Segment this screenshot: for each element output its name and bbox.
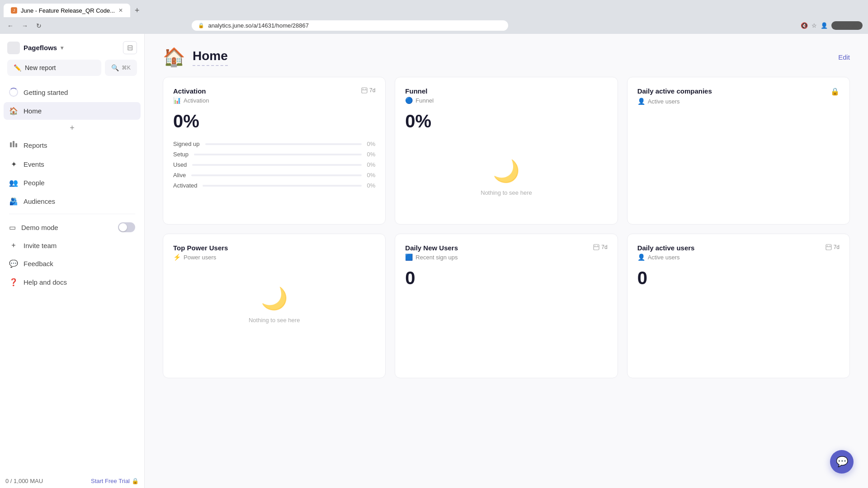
feedback-icon: 💬	[9, 259, 18, 268]
add-section-button[interactable]: +	[4, 121, 141, 136]
lock-icon: 🔒	[198, 23, 204, 28]
daily-active-users-card: Daily active users 7d 👤 Active users 0	[627, 234, 850, 378]
dnu-card-badge: 7d	[593, 244, 607, 250]
sidebar-item-people[interactable]: 👥 People	[4, 174, 141, 192]
page-title: Home	[193, 49, 228, 66]
tab-close-button[interactable]: ✕	[118, 7, 123, 14]
table-row: Signed up 0%	[173, 141, 375, 147]
sidebar-item-events[interactable]: ✦ Events	[4, 155, 141, 173]
tpu-empty-state: 🌙 Nothing to see here	[173, 268, 375, 342]
svg-rect-11	[826, 244, 831, 250]
row-bar	[205, 143, 362, 145]
dnu-card-title: Daily New Users	[405, 244, 458, 252]
cards-grid: Activation 7d 📊 Activation 0% Signed up	[145, 77, 868, 396]
row-bar	[191, 174, 361, 176]
new-report-button[interactable]: ✏️ New report	[7, 60, 101, 76]
invite-icon: +	[9, 241, 18, 249]
dnu-value: 0	[405, 268, 607, 288]
chevron-down-icon: ▾	[61, 45, 63, 51]
funnel-card-title: Funnel	[405, 87, 427, 95]
edit-icon: ✏️	[14, 64, 21, 71]
trial-label: Start Free Trial	[91, 478, 130, 484]
incognito-badge: Incognito	[831, 21, 863, 30]
active-tab[interactable]: J June - Feature Release_QR Code... ✕	[4, 4, 130, 17]
help-icon: ❓	[9, 278, 18, 286]
search-button[interactable]: 🔍 ⌘K	[105, 60, 137, 76]
tab-favicon: J	[11, 7, 17, 14]
demo-label: Demo mode	[21, 224, 58, 231]
workspace-selector[interactable]: Pageflows ▾	[7, 42, 63, 54]
edit-button[interactable]: Edit	[838, 53, 850, 61]
extension-icon: 🔇	[801, 22, 808, 29]
forward-button[interactable]: →	[20, 20, 30, 31]
sidebar-item-audiences[interactable]: 🫂 Audiences	[4, 192, 141, 210]
sidebar-item-feedback[interactable]: 💬 Feedback	[4, 255, 141, 272]
daily-active-companies-card: Daily active companies 🔒 👤 Active users	[627, 77, 850, 225]
audiences-icon: 🫂	[9, 197, 18, 206]
demo-mode-toggle[interactable]	[118, 222, 135, 232]
top-power-users-card: Top Power Users ⚡ Power users 🌙 Nothing …	[163, 234, 386, 378]
funnel-subtitle-icon: 🔵	[405, 97, 413, 104]
chat-icon: 💬	[836, 456, 848, 468]
activation-card-header: Activation 7d	[173, 87, 375, 95]
back-button[interactable]: ←	[5, 20, 15, 31]
funnel-value: 0%	[405, 111, 607, 131]
row-value: 0%	[367, 182, 376, 189]
row-bar	[194, 154, 362, 155]
profile-icon: 👤	[821, 22, 828, 29]
table-row: Setup 0%	[173, 151, 375, 158]
people-icon: 👥	[9, 178, 18, 187]
row-value: 0%	[367, 172, 376, 178]
tab-bar: J June - Feature Release_QR Code... ✕ +	[0, 0, 868, 17]
activation-card-subtitle: 📊 Activation	[173, 97, 375, 104]
events-icon: ✦	[9, 160, 18, 169]
page-icon: 🏠	[163, 47, 185, 68]
row-label: Signed up	[173, 141, 200, 147]
url-bar[interactable]: 🔒 analytics.june.so/a/14631/home/28867	[192, 20, 508, 31]
chat-fab-button[interactable]: 💬	[830, 450, 854, 474]
sidebar-item-getting-started[interactable]: Getting started	[4, 83, 141, 101]
url-text: analytics.june.so/a/14631/home/28867	[208, 22, 309, 29]
browser-chrome: J June - Feature Release_QR Code... ✕ + …	[0, 0, 868, 34]
activation-card-title: Activation	[173, 87, 206, 95]
row-value: 0%	[367, 141, 376, 147]
search-shortcut: ⌘K	[122, 65, 131, 71]
daily-new-users-card: Daily New Users 7d 🟦 Recent sign ups 0	[395, 234, 618, 378]
tpu-card-title: Top Power Users	[173, 244, 228, 252]
sidebar-item-reports[interactable]: Reports	[4, 136, 141, 155]
moon-icon: 🌙	[261, 286, 288, 311]
bookmark-icon[interactable]: ☆	[811, 22, 817, 29]
sidebar-item-invite-team[interactable]: + Invite team	[4, 237, 141, 254]
sidebar-actions: ✏️ New report 🔍 ⌘K	[0, 60, 144, 83]
page-header: 🏠 Home Edit	[145, 34, 868, 77]
mau-counter: 0 / 1,000 MAU	[5, 478, 43, 484]
new-report-label: New report	[25, 64, 56, 71]
nothing-label: Nothing to see here	[249, 317, 300, 324]
sidebar-item-home[interactable]: 🏠 Home	[4, 102, 141, 120]
getting-started-label: Getting started	[24, 89, 68, 96]
feedback-label: Feedback	[24, 260, 53, 267]
tpu-card-header: Top Power Users	[173, 244, 375, 252]
search-icon: 🔍	[111, 64, 119, 71]
funnel-subtitle-text: Funnel	[415, 97, 434, 104]
sidebar-nav: Getting started 🏠 Home +	[0, 83, 144, 474]
demo-icon: ▭	[9, 223, 16, 232]
activation-value: 0%	[173, 111, 375, 131]
activation-subtitle-text: Activation	[184, 97, 209, 104]
sidebar-item-demo-mode[interactable]: ▭ Demo mode	[4, 218, 141, 237]
lock-icon: 🔒	[830, 87, 840, 96]
main-content: 🏠 Home Edit Activation 7d 📊 Activation	[145, 34, 868, 488]
row-bar	[203, 185, 361, 187]
svg-rect-1	[13, 141, 14, 147]
browser-actions: 🔇 ☆ 👤 Incognito	[801, 21, 863, 30]
audiences-label: Audiences	[24, 197, 55, 205]
reload-button[interactable]: ↻	[34, 20, 43, 31]
new-tab-button[interactable]: +	[131, 4, 143, 17]
sidebar-toggle-button[interactable]: ⊟	[123, 41, 137, 54]
sidebar-item-help[interactable]: ❓ Help and docs	[4, 273, 141, 291]
app-container: Pageflows ▾ ⊟ ✏️ New report 🔍 ⌘K Getting…	[0, 34, 868, 488]
dnu-card-header: Daily New Users 7d	[405, 244, 607, 252]
dau-card-badge: 7d	[826, 244, 840, 250]
row-value: 0%	[367, 151, 376, 158]
start-trial-button[interactable]: Start Free Trial 🔒	[91, 478, 139, 484]
